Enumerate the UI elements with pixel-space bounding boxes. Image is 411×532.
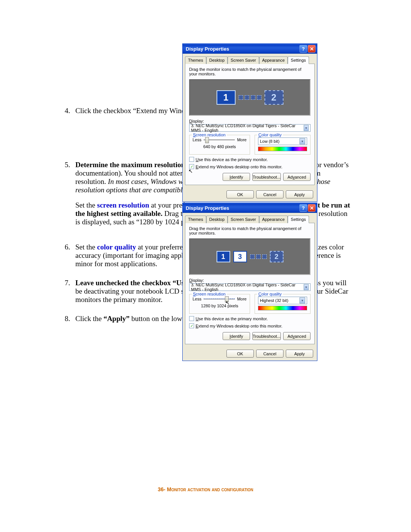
tab-row: Themes Desktop Screen Saver Appearance S… (183, 54, 317, 64)
tab-appearance[interactable]: Appearance (259, 216, 288, 223)
ok-button[interactable]: OK (226, 350, 254, 358)
extend-desktop-checkbox[interactable]: ✓Extend my Windows desktop onto this mon… (189, 323, 311, 328)
tab-appearance[interactable]: Appearance (259, 56, 288, 64)
tab-desktop[interactable]: Desktop (206, 56, 228, 64)
monitor-1-icon[interactable]: 1 (217, 251, 230, 262)
primary-monitor-checkbox[interactable]: Use this device as the primary monitor. (189, 316, 311, 321)
resolution-value: 640 by 480 pixels (193, 144, 247, 149)
tab-screensaver[interactable]: Screen Saver (228, 56, 259, 64)
display-label: Display: (189, 278, 311, 283)
cancel-button[interactable]: Cancel (256, 190, 284, 198)
titlebar[interactable]: Display Properties ? ✕ (183, 44, 317, 54)
settings-panel: Drag the monitor icons to match the phys… (185, 223, 315, 344)
monitor-1-icon[interactable]: 1 (217, 90, 236, 105)
step-number: 8. (61, 315, 75, 323)
page-footer: 36- Monitor activation and configuration (0, 485, 411, 493)
ok-button[interactable]: OK (226, 190, 254, 198)
less-label: Less (193, 137, 201, 142)
tab-settings[interactable]: Settings (288, 216, 309, 223)
less-label: Less (193, 297, 201, 301)
step-number: 5. (61, 161, 75, 226)
display-dropdown[interactable]: 3. NEC MultiSync LCD1850X on Digital Tig… (189, 283, 311, 291)
apply-button[interactable]: Apply (286, 190, 313, 198)
settings-panel: Drag the monitor icons to match the phys… (185, 64, 315, 185)
chevron-down-icon[interactable]: ▼ (299, 138, 305, 144)
step-number: 7. (61, 279, 75, 304)
step-number: 4. (61, 107, 75, 115)
resolution-slider[interactable] (204, 139, 235, 141)
display-properties-dialog-1: Display Properties ? ✕ Themes Desktop Sc… (182, 43, 317, 202)
color-quality-dropdown[interactable]: Highest (32 bit) ▼ (258, 297, 307, 304)
apply-button[interactable]: Apply (286, 350, 313, 358)
color-quality-label: Color quality (257, 133, 283, 137)
resolution-value: 1280 by 1024 pixels (193, 304, 247, 308)
tab-themes[interactable]: Themes (185, 56, 206, 64)
cancel-button[interactable]: Cancel (256, 350, 284, 358)
primary-monitor-checkbox[interactable]: Use this device as the primary monitor. (189, 157, 311, 162)
monitor-2-icon[interactable]: 2 (270, 251, 284, 262)
tab-screensaver[interactable]: Screen Saver (228, 216, 259, 223)
monitor-arrangement[interactable]: 1 3 2 (189, 238, 311, 275)
troubleshoot-button[interactable]: Troubleshoot... (252, 332, 281, 340)
color-preview-bar (258, 306, 307, 310)
more-label: More (237, 297, 247, 301)
more-label: More (237, 137, 247, 142)
screen-resolution-label: Screen resolution (192, 133, 227, 137)
close-button[interactable]: ✕ (308, 204, 315, 212)
resolution-slider[interactable] (204, 299, 235, 300)
tab-desktop[interactable]: Desktop (206, 216, 228, 223)
display-properties-dialog-2: Display Properties ? ✕ Themes Desktop Sc… (182, 203, 317, 361)
display-dropdown[interactable]: 3. NEC MultiSync LCD1850X on Digital Tig… (189, 124, 311, 132)
tab-settings[interactable]: Settings (288, 56, 309, 64)
screen-resolution-label: Screen resolution (192, 292, 227, 296)
window-title: Display Properties (186, 46, 229, 52)
cursor-icon: ↖ (225, 300, 230, 306)
advanced-button[interactable]: Advanced (283, 332, 311, 340)
instruction-text: Drag the monitor icons to match the phys… (189, 226, 311, 235)
close-button[interactable]: ✕ (308, 45, 315, 53)
color-quality-dropdown[interactable]: Low (8 bit) ▼ (258, 137, 307, 145)
monitor-2-icon[interactable]: 2 (264, 90, 284, 105)
chevron-down-icon[interactable]: ▼ (304, 125, 309, 131)
color-quality-label: Color quality (257, 292, 283, 296)
tab-themes[interactable]: Themes (185, 216, 206, 223)
help-button[interactable]: ? (299, 45, 307, 53)
chevron-down-icon[interactable]: ▼ (299, 297, 305, 304)
instruction-text: Drag the monitor icons to match the phys… (189, 67, 311, 76)
troubleshoot-button[interactable]: Troubleshoot... (252, 173, 281, 181)
identify-button[interactable]: Identify (223, 332, 250, 340)
chevron-down-icon[interactable]: ▼ (304, 284, 309, 290)
advanced-button[interactable]: Advanced (283, 173, 311, 181)
window-title: Display Properties (186, 205, 229, 211)
tab-row: Themes Desktop Screen Saver Appearance S… (183, 213, 317, 223)
display-label: Display: (189, 119, 311, 123)
step-number: 6. (61, 243, 75, 268)
monitor-arrangement[interactable]: 1 2 (189, 79, 311, 116)
identify-button[interactable]: Identify (223, 173, 250, 181)
help-button[interactable]: ? (299, 204, 307, 212)
cursor-icon: ↖ (188, 168, 193, 174)
extend-desktop-checkbox[interactable]: ✓Extend my Windows desktop onto this mon… (189, 164, 311, 169)
color-preview-bar (258, 147, 307, 151)
monitor-3-icon[interactable]: 3 (233, 251, 247, 262)
titlebar[interactable]: Display Properties ? ✕ (183, 203, 317, 213)
